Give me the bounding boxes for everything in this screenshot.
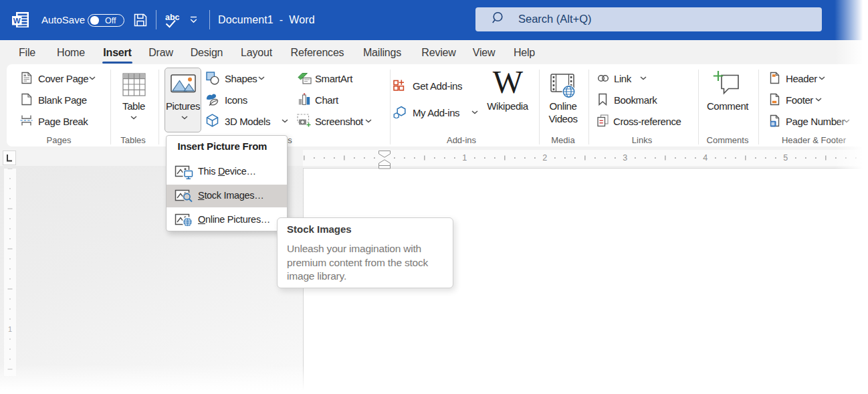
svg-text:4: 4 bbox=[703, 153, 708, 163]
svg-text:1: 1 bbox=[8, 325, 12, 333]
svg-text:3: 3 bbox=[623, 153, 627, 163]
svg-text:W: W bbox=[13, 17, 21, 25]
svg-text:1: 1 bbox=[462, 153, 467, 163]
svg-text:2: 2 bbox=[542, 153, 547, 163]
svg-text:5: 5 bbox=[783, 153, 788, 163]
svg-text:abc: abc bbox=[165, 13, 180, 22]
